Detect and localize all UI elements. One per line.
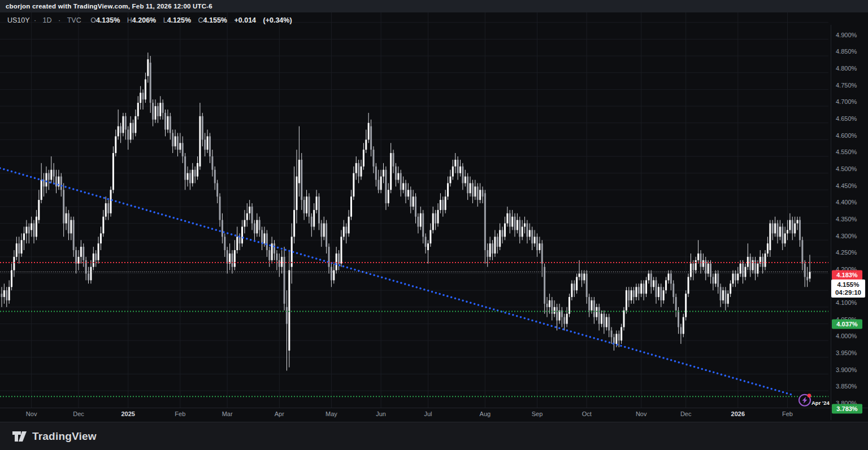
trendline-drawing[interactable]	[0, 168, 793, 395]
tradingview-chart-screenshot: cborjon created with TradingView.com, Fe…	[0, 0, 868, 450]
exchange-label: TVC	[67, 16, 81, 24]
event-marker-label: Apr '24	[811, 400, 830, 406]
price-tick: 3.950%	[836, 349, 857, 356]
legend[interactable]: US10Y · 1D · TVC O4.135% H4.206% L4.125%…	[7, 16, 292, 24]
price-tick: 4.250%	[836, 249, 857, 256]
event-marker[interactable]	[799, 394, 811, 405]
price-tick: 4.900%	[836, 32, 857, 38]
time-tick: Feb	[782, 410, 793, 417]
time-tick: May	[326, 410, 337, 417]
support-level-price-label: 4.037%	[832, 319, 862, 329]
attribution-text: cborjon created with TradingView.com, Fe…	[6, 3, 212, 10]
legend-separator: ·	[58, 16, 60, 24]
price-scale[interactable]: 3.800%3.850%3.900%3.950%4.000%4.050%4.10…	[831, 25, 868, 420]
chart-canvas[interactable]: US10Y · 1D · TVC O4.135% H4.206% L4.125%…	[0, 12, 868, 408]
target-level-price-label: 3.783%	[832, 404, 862, 414]
last-price-label: 4.155% 04:29:10	[831, 279, 865, 298]
grid-lines	[0, 12, 828, 408]
time-tick: Jun	[376, 410, 386, 417]
time-tick: Aug	[480, 410, 491, 417]
candlestick-chart[interactable]	[0, 12, 868, 408]
legend-separator: ·	[34, 16, 36, 24]
time-scale[interactable]: NovDec2025FebMarAprMayJunJulAugSepOctNov…	[0, 408, 868, 422]
price-tick: 4.600%	[836, 132, 857, 139]
price-tick: 4.500%	[836, 165, 857, 172]
alert-level-price-label: 4.183%	[832, 270, 862, 279]
bar-countdown: 04:29:10	[831, 289, 865, 296]
time-tick: Nov	[636, 410, 647, 417]
low-value: 4.125%	[167, 16, 191, 24]
price-tick: 4.300%	[836, 233, 857, 239]
time-tick: 2025	[121, 410, 134, 417]
price-tick: 4.450%	[836, 182, 857, 189]
time-tick: Dec	[73, 410, 84, 417]
price-tick: 4.400%	[836, 199, 857, 206]
time-tick: Jul	[424, 410, 432, 417]
symbol-name[interactable]: US10Y	[7, 16, 29, 24]
timeframe-label[interactable]: 1D	[43, 16, 52, 24]
open-label: O	[90, 16, 96, 24]
time-tick: Mar	[222, 410, 233, 417]
tradingview-logo-icon[interactable]	[12, 430, 27, 443]
price-tick: 4.750%	[836, 82, 857, 89]
time-tick: Feb	[175, 410, 185, 417]
price-tick: 4.550%	[836, 148, 857, 155]
candle-series	[1, 53, 811, 370]
brand-name[interactable]: TradingView	[32, 430, 97, 443]
time-tick: Sep	[532, 410, 543, 417]
low-label: L	[163, 16, 167, 24]
price-tick: 4.700%	[836, 98, 857, 105]
price-tick: 3.900%	[836, 366, 857, 373]
price-tick: 3.850%	[836, 383, 857, 390]
time-tick: Oct	[582, 410, 592, 417]
price-tick: 4.850%	[836, 48, 857, 55]
high-value: 4.206%	[132, 16, 156, 24]
close-value: 4.155%	[203, 16, 227, 24]
change-value: +0.014	[234, 16, 256, 24]
time-tick: 2026	[731, 410, 745, 417]
price-tick: 4.800%	[836, 65, 857, 72]
time-tick: Dec	[680, 410, 692, 417]
price-tick: 4.350%	[836, 216, 857, 222]
watermark-bar: TradingView	[0, 422, 868, 450]
high-label: H	[127, 16, 132, 24]
time-tick: Nov	[26, 410, 37, 417]
notification-dot	[808, 394, 811, 397]
price-tick: 4.100%	[836, 299, 857, 306]
price-tick: 4.000%	[836, 333, 857, 339]
attribution-bar: cborjon created with TradingView.com, Fe…	[0, 0, 868, 12]
close-label: C	[198, 16, 203, 24]
change-percent: (+0.34%)	[263, 16, 292, 24]
open-value: 4.135%	[96, 16, 120, 24]
last-price-value: 4.155%	[831, 281, 865, 289]
time-tick: Apr	[275, 410, 284, 417]
price-tick: 4.650%	[836, 115, 857, 122]
